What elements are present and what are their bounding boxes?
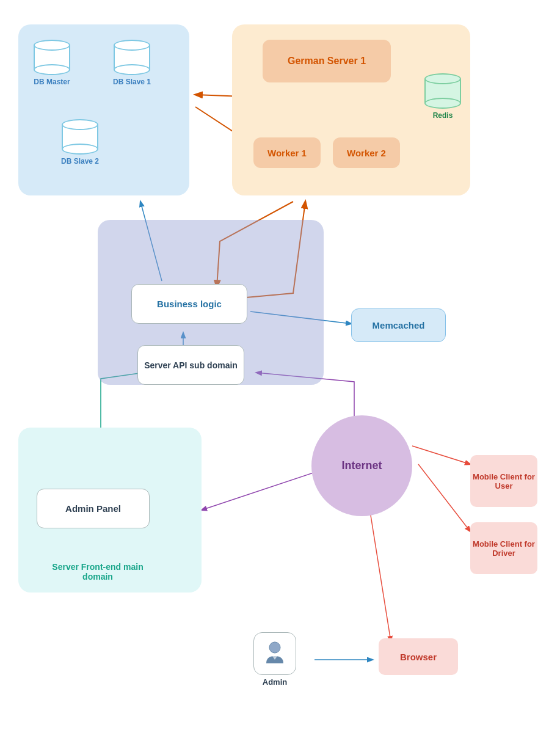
worker1: Worker 1 [253,137,321,168]
diagram: DB Master DB Slave 1 DB Slave 2 German S… [0,0,560,733]
admin-icon [253,632,296,675]
db-slave2: DB Slave 2 [61,119,99,166]
browser: Browser [379,638,458,675]
admin-label: Admin [263,677,287,687]
admin-figure: Admin [253,632,296,687]
db-slave1: DB Slave 1 [113,40,151,86]
admin-svg [260,639,289,668]
mobile-client-user: Mobile Client for User [470,455,537,507]
memcached: Memcached [351,308,446,342]
german-server: German Server 1 [263,40,391,82]
business-logic: Business logic [131,284,247,324]
svg-point-14 [269,642,280,653]
mobile-client-driver: Mobile Client for Driver [470,522,537,574]
svg-line-9 [412,446,470,464]
worker2: Worker 2 [333,137,400,168]
server-api: Server API sub domain [137,345,244,385]
redis: Redis [424,73,461,120]
svg-line-10 [418,464,470,531]
frontend-label: Server Front-end main domain [37,562,159,582]
db-master: DB Master [34,40,70,86]
internet: Internet [311,415,412,516]
admin-panel: Admin Panel [37,489,150,528]
